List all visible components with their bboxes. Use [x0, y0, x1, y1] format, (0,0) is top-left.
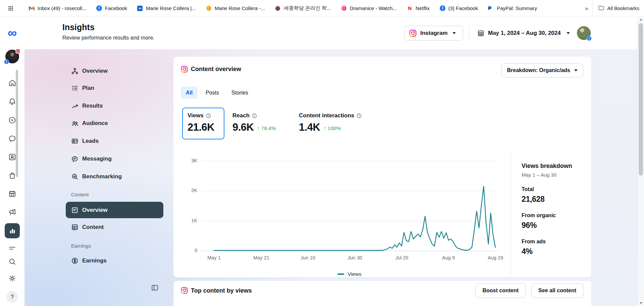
sidebar-item-plan[interactable]: Plan [66, 81, 163, 96]
arrow-up-icon: ↑ [257, 125, 260, 131]
x-tick-label: Jun 10 [301, 255, 315, 260]
sidebar-item-content[interactable]: Content [66, 220, 163, 235]
netflix-icon: N [407, 5, 413, 11]
instagram-icon [409, 29, 417, 37]
metric-reach[interactable]: Reach 9.6K ↑ 78.4% [232, 112, 276, 132]
see-all-content-button[interactable]: See all content [531, 283, 583, 298]
sidebar-item-leads[interactable]: Leads [66, 134, 163, 148]
bookmarks-overflow-chevron[interactable]: » [585, 0, 588, 16]
breakdown-row-value: 21,628 [522, 195, 589, 204]
info-icon[interactable] [357, 113, 362, 118]
breakdown-selector[interactable]: Breakdown: Organic/ads [501, 63, 584, 77]
content-icon[interactable] [0, 116, 24, 124]
account-selector-label: Instagram [420, 30, 447, 37]
metric-content-interactions[interactable]: Content interactions 1.4K ↑ 100% [299, 112, 362, 132]
metric-views[interactable]: Views 21.6K [182, 108, 224, 139]
sidebar-item-earnings[interactable]: Earnings [66, 253, 163, 268]
bookmark-gmail-inbox[interactable]: Inbox (49) - rosecoll... [29, 5, 86, 11]
sidebar-item-label: Content [82, 224, 104, 231]
metric-label: Views [187, 112, 204, 119]
facebook-icon: f [96, 5, 102, 11]
help-icon[interactable]: ? [6, 291, 18, 303]
header-divider [469, 26, 469, 41]
notifications-icon[interactable] [0, 97, 24, 106]
facebook-badge-icon: f [587, 36, 592, 41]
planner-icon[interactable] [0, 190, 24, 198]
views-line-chart: 3K 2K 1K 0 May 1 May 21 Jun 10 Jun 30 Ju… [201, 157, 498, 261]
settings-gear-icon[interactable] [0, 274, 24, 283]
user-avatar[interactable]: f [577, 26, 591, 40]
views-line-svg [201, 157, 498, 254]
meta-logo-icon[interactable]: ∞ [0, 26, 24, 40]
tab-posts[interactable]: Posts [202, 86, 223, 99]
breakdown-row-label: Total [522, 186, 589, 192]
search-icon[interactable] [0, 257, 24, 266]
all-bookmarks-button[interactable]: All Bookmarks [592, 0, 639, 16]
ads-icon[interactable] [0, 208, 24, 217]
browser-bookmarks-bar: Inbox (49) - rosecoll... f Facebook in M… [0, 0, 644, 16]
breakdown-selector-label: Breakdown: Organic/ads [507, 67, 571, 73]
account-selector[interactable]: Instagram [404, 26, 463, 41]
inbox-icon[interactable] [0, 134, 24, 143]
collapse-sidebar-icon[interactable] [151, 284, 159, 293]
vertical-divider [511, 152, 511, 276]
rail-scrollbar[interactable] [16, 70, 18, 177]
bookmark-site-korean[interactable]: 세종학당 온라인 학... [275, 5, 331, 11]
business-profile-avatar[interactable]: f [5, 50, 19, 63]
pages-icon[interactable] [0, 153, 24, 161]
metric-value: 9.6K [232, 122, 254, 132]
y-tick-label: 2K [178, 188, 197, 193]
top-content-card: Top content by views Boost content See a… [173, 281, 591, 306]
commerce-icon[interactable] [0, 171, 24, 180]
views-line [214, 186, 495, 250]
date-range-label: May 1, 2024 – Aug 30, 2024 [488, 30, 561, 37]
bookmark-facebook[interactable]: f Facebook [96, 5, 127, 11]
sidebar-item-content-overview[interactable]: Overview [66, 202, 163, 218]
sidebar-item-results[interactable]: Results [66, 99, 163, 113]
views-breakdown-panel: Views breakdown May 1 – Aug 30 Total 21,… [522, 163, 589, 256]
bookmark-facebook-2[interactable]: f (3) Facebook [440, 5, 478, 11]
date-range-selector[interactable]: May 1, 2024 – Aug 30, 2024 [475, 26, 572, 41]
sidebar-item-label: Benchmarking [82, 173, 122, 180]
home-icon[interactable] [0, 79, 24, 87]
bookmark-linkedin[interactable]: in Marie Rose Collera |... [137, 5, 196, 11]
content-overview-card: Content overview Breakdown: Organic/ads … [173, 57, 591, 278]
boost-content-button[interactable]: Boost content [475, 283, 526, 298]
all-bookmarks-label: All Bookmarks [607, 5, 639, 11]
apps-grid-dots [8, 6, 10, 7]
breakdown-row-value: 4% [522, 247, 589, 256]
sidebar-item-benchmarking[interactable]: Benchmarking [66, 169, 163, 184]
breakdown-row-value: 96% [522, 221, 589, 230]
insights-icon[interactable] [5, 223, 20, 238]
y-tick-label: 1K [178, 218, 197, 223]
sidebar-item-label: Overview [82, 68, 108, 74]
sidebar-item-messaging[interactable]: Messaging [66, 151, 163, 166]
chevron-down-icon [567, 32, 570, 34]
apps-grid-icon[interactable] [8, 6, 13, 11]
info-icon[interactable] [206, 113, 211, 118]
browser-scrollbar[interactable]: ▲ ▼ [637, 16, 644, 306]
sidebar-item-overview[interactable]: Overview [66, 64, 163, 78]
x-tick-label: Aug 29 [488, 255, 503, 260]
x-tick-label: Jun 30 [347, 255, 362, 260]
views-breakdown-title: Views breakdown [522, 163, 589, 170]
bookmark-label: Facebook [105, 5, 127, 11]
bookmark-site-1[interactable]: Marie Rose Collera -... [206, 5, 265, 11]
info-icon[interactable] [252, 113, 257, 118]
scrollbar-thumb[interactable] [639, 23, 643, 176]
bookmark-dramanice[interactable]: Dramanice - Watch... [341, 5, 397, 11]
sidebar-item-audience[interactable]: Audience [66, 116, 163, 131]
bookmark-netflix[interactable]: N Netflix [407, 5, 430, 11]
sidebar-item-label: Audience [82, 120, 108, 127]
all-tools-icon[interactable] [0, 244, 24, 252]
sidebar-item-label: Plan [82, 85, 94, 91]
metric-value: 1.4K [299, 122, 320, 132]
section-title: Content overview [191, 66, 241, 73]
scroll-down-arrow[interactable]: ▼ [638, 300, 644, 306]
y-tick-label: 0 [178, 248, 197, 253]
bookmark-paypal[interactable]: PP PayPal: Summary [488, 5, 537, 11]
tab-all[interactable]: All [181, 86, 198, 99]
metric-delta: ↑ 100% [323, 125, 341, 131]
scroll-up-arrow[interactable]: ▲ [638, 16, 644, 22]
tab-stories[interactable]: Stories [228, 86, 252, 99]
